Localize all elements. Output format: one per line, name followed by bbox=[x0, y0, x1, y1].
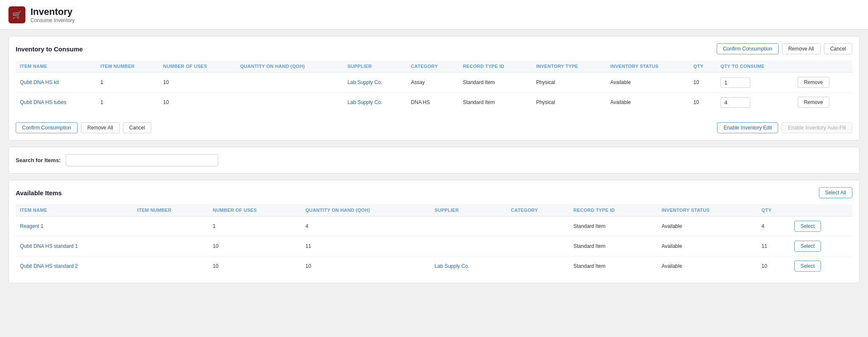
avail-supplier bbox=[430, 216, 506, 236]
col-inventory-status: INVENTORY STATUS bbox=[606, 60, 689, 73]
avail-col-category: CATEGORY bbox=[507, 204, 569, 216]
consume-item-name[interactable]: Qubit DNA HS tubes bbox=[16, 93, 96, 112]
col-supplier: SUPPLIER bbox=[343, 60, 407, 73]
search-card: Search for Items: bbox=[8, 147, 860, 174]
avail-row-actions: Select bbox=[790, 256, 852, 276]
qty-to-consume-input[interactable] bbox=[721, 77, 750, 88]
consume-supplier[interactable]: Lab Supply Co. bbox=[343, 73, 407, 93]
consume-table-header: ITEM NAME ITEM NUMBER NUMBER OF USES QUA… bbox=[16, 60, 852, 73]
select-row-button[interactable]: Select bbox=[794, 261, 821, 272]
avail-inventory-status: Available bbox=[657, 236, 757, 256]
avail-record-type-id: Standard Item bbox=[569, 236, 657, 256]
available-title: Available Items bbox=[16, 189, 62, 197]
consume-supplier[interactable]: Lab Supply Co. bbox=[343, 93, 407, 112]
confirm-consumption-button-top[interactable]: Confirm Consumption bbox=[717, 43, 779, 54]
consume-category: DNA HS bbox=[407, 93, 459, 112]
cancel-button-top[interactable]: Cancel bbox=[824, 43, 852, 54]
consume-qoh bbox=[236, 93, 343, 112]
avail-col-qoh: QUANTITY ON HAND (QOH) bbox=[301, 204, 431, 216]
avail-record-type-id: Standard Item bbox=[569, 216, 657, 236]
col-inventory-type: INVENTORY TYPE bbox=[532, 60, 606, 73]
avail-col-item-number: ITEM NUMBER bbox=[133, 204, 209, 216]
consume-table-row: Qubit DNA HS tubes 1 10 Lab Supply Co. D… bbox=[16, 93, 852, 112]
avail-inventory-status: Available bbox=[657, 216, 757, 236]
avail-row-actions: Select bbox=[790, 216, 852, 236]
avail-category bbox=[507, 256, 569, 276]
app-icon: 🛒 bbox=[8, 6, 25, 23]
consume-table: ITEM NAME ITEM NUMBER NUMBER OF USES QUA… bbox=[16, 60, 852, 112]
avail-item-name[interactable]: Qubit DNA HS standard 2 bbox=[16, 256, 133, 276]
col-qty: QTY bbox=[689, 60, 716, 73]
avail-col-record-type-id: RECORD TYPE ID bbox=[569, 204, 657, 216]
avail-col-number-of-uses: NUMBER OF USES bbox=[209, 204, 301, 216]
avail-category bbox=[507, 236, 569, 256]
consume-top-buttons: Confirm Consumption Remove All Cancel bbox=[717, 43, 852, 54]
consume-qty: 10 bbox=[689, 93, 716, 112]
remove-all-button-top[interactable]: Remove All bbox=[782, 43, 821, 54]
remove-all-button-bottom[interactable]: Remove All bbox=[81, 122, 120, 133]
select-row-button[interactable]: Select bbox=[794, 221, 821, 232]
consume-table-row: Qubit DNA HS kit 1 10 Lab Supply Co. Ass… bbox=[16, 73, 852, 93]
avail-number-of-uses: 10 bbox=[209, 236, 301, 256]
available-table-row: Reagent 1 1 4 Standard Item Available 4 … bbox=[16, 216, 852, 236]
consume-item-name[interactable]: Qubit DNA HS kit bbox=[16, 73, 96, 93]
available-table-header: ITEM NAME ITEM NUMBER NUMBER OF USES QUA… bbox=[16, 204, 852, 216]
col-number-of-uses: NUMBER OF USES bbox=[159, 60, 236, 73]
search-input[interactable] bbox=[66, 154, 218, 166]
search-section: Search for Items: bbox=[16, 154, 852, 166]
avail-qoh: 4 bbox=[301, 216, 431, 236]
consume-row-actions: Remove bbox=[793, 93, 852, 112]
consume-qty-to-consume[interactable] bbox=[716, 93, 793, 112]
avail-col-qty: QTY bbox=[757, 204, 790, 216]
available-table: ITEM NAME ITEM NUMBER NUMBER OF USES QUA… bbox=[16, 204, 852, 276]
avail-col-item-name: ITEM NAME bbox=[16, 204, 133, 216]
avail-supplier[interactable]: Lab Supply Co. bbox=[430, 256, 506, 276]
enable-inventory-edit-button[interactable]: Enable Inventory Edit bbox=[717, 122, 778, 133]
available-table-row: Qubit DNA HS standard 1 10 11 Standard I… bbox=[16, 236, 852, 256]
avail-col-actions bbox=[790, 204, 852, 216]
remove-row-button[interactable]: Remove bbox=[798, 77, 829, 88]
main-content: Inventory to Consume Confirm Consumption… bbox=[0, 30, 868, 289]
confirm-consumption-button-bottom[interactable]: Confirm Consumption bbox=[16, 122, 78, 133]
avail-row-actions: Select bbox=[790, 236, 852, 256]
consume-item-number: 1 bbox=[96, 93, 159, 112]
select-row-button[interactable]: Select bbox=[794, 241, 821, 252]
col-item-name: ITEM NAME bbox=[16, 60, 96, 73]
consume-qoh bbox=[236, 73, 343, 93]
consume-number-of-uses: 10 bbox=[159, 93, 236, 112]
avail-col-inventory-status: INVENTORY STATUS bbox=[657, 204, 757, 216]
consume-inventory-status: Available bbox=[606, 73, 689, 93]
consume-bottom-actions: Confirm Consumption Remove All Cancel En… bbox=[16, 118, 852, 133]
avail-item-name[interactable]: Qubit DNA HS standard 1 bbox=[16, 236, 133, 256]
remove-row-button[interactable]: Remove bbox=[798, 97, 829, 108]
available-header: Available Items Select All bbox=[16, 187, 852, 198]
consume-inventory-type: Physical bbox=[532, 73, 606, 93]
consume-category: Assay bbox=[407, 73, 459, 93]
avail-qty: 4 bbox=[757, 216, 790, 236]
avail-number-of-uses: 10 bbox=[209, 256, 301, 276]
available-card: Available Items Select All ITEM NAME ITE… bbox=[8, 180, 860, 283]
avail-item-number bbox=[133, 216, 209, 236]
app-subtitle: Consume Inventory bbox=[31, 17, 75, 23]
avail-item-number bbox=[133, 236, 209, 256]
consume-item-number: 1 bbox=[96, 73, 159, 93]
avail-qoh: 10 bbox=[301, 256, 431, 276]
consume-inventory-status: Available bbox=[606, 93, 689, 112]
avail-item-number bbox=[133, 256, 209, 276]
avail-item-name[interactable]: Reagent 1 bbox=[16, 216, 133, 236]
col-qty-to-consume: QTY TO CONSUME bbox=[716, 60, 793, 73]
available-table-row: Qubit DNA HS standard 2 10 10 Lab Supply… bbox=[16, 256, 852, 276]
select-all-button[interactable]: Select All bbox=[819, 187, 852, 198]
enable-inventory-autofill-button: Enable Inventory Auto-Fill bbox=[782, 122, 852, 133]
avail-qoh: 11 bbox=[301, 236, 431, 256]
avail-number-of-uses: 1 bbox=[209, 216, 301, 236]
col-category: CATEGORY bbox=[407, 60, 459, 73]
consume-qty-to-consume[interactable] bbox=[716, 73, 793, 93]
consume-bottom-left-buttons: Confirm Consumption Remove All Cancel bbox=[16, 122, 151, 133]
avail-category bbox=[507, 216, 569, 236]
col-item-number: ITEM NUMBER bbox=[96, 60, 159, 73]
cancel-button-bottom[interactable]: Cancel bbox=[123, 122, 151, 133]
app-title: Inventory bbox=[31, 6, 75, 17]
col-qoh: QUANTITY ON HAND (QOH) bbox=[236, 60, 343, 73]
qty-to-consume-input[interactable] bbox=[721, 97, 750, 108]
